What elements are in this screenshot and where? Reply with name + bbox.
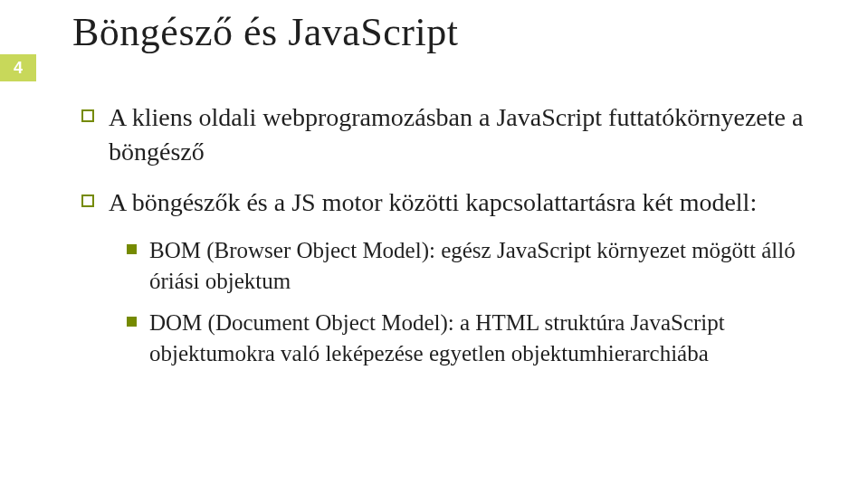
bullet-text: A kliens oldali webprogramozásban a Java… <box>109 100 823 169</box>
filled-square-icon <box>127 244 137 254</box>
bullet-text: A böngészők és a JS motor közötti kapcso… <box>109 185 757 220</box>
sub-bullet-text: BOM (Browser Object Model): egész JavaSc… <box>149 235 823 297</box>
page-number-badge: 4 <box>0 54 36 81</box>
bullet-level1: A böngészők és a JS motor közötti kapcso… <box>81 185 823 220</box>
bullet-level2: BOM (Browser Object Model): egész JavaSc… <box>127 235 823 297</box>
sub-bullet-text: DOM (Document Object Model): a HTML stru… <box>149 308 823 369</box>
square-bullet-icon <box>81 109 94 122</box>
title-area: 4 Böngésző és JavaScript <box>72 9 823 55</box>
square-bullet-icon <box>81 195 94 207</box>
slide-container: 4 Böngésző és JavaScript A kliens oldali… <box>0 0 868 484</box>
slide-title: Böngésző és JavaScript <box>72 9 823 55</box>
sub-bullet-container: BOM (Browser Object Model): egész JavaSc… <box>127 235 823 368</box>
filled-square-icon <box>127 317 137 327</box>
bullet-level1: A kliens oldali webprogramozásban a Java… <box>81 100 823 169</box>
content-area: A kliens oldali webprogramozásban a Java… <box>72 82 823 368</box>
bullet-level2: DOM (Document Object Model): a HTML stru… <box>127 308 823 369</box>
